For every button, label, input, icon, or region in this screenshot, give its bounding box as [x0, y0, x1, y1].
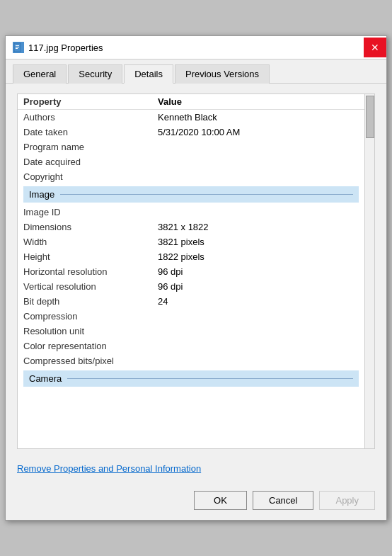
section-camera: Camera [23, 370, 359, 387]
close-button[interactable]: ✕ [364, 38, 386, 57]
property-value [152, 339, 364, 353]
property-value [152, 353, 364, 368]
table-row: Bit depth 24 [18, 294, 364, 309]
property-value: 1822 pixels [152, 249, 364, 264]
property-value: 96 dpi [152, 279, 364, 294]
table-row: Program name [18, 140, 364, 154]
scrollbar-thumb[interactable] [366, 96, 374, 138]
ok-button[interactable]: OK [194, 491, 247, 510]
property-label: Authors [18, 110, 152, 125]
table-row: Width 3821 pixels [18, 234, 364, 249]
details-table: Property Value Authors Kenneth Black Dat… [18, 94, 364, 389]
section-divider [60, 194, 353, 195]
tab-details[interactable]: Details [124, 64, 173, 84]
table-row: Color representation [18, 339, 364, 353]
col-property: Property [18, 94, 152, 110]
tab-bar: General Security Details Previous Versio… [6, 59, 386, 84]
table-row: Image ID [18, 205, 364, 220]
property-value [152, 154, 364, 169]
property-label: Date acquired [18, 154, 152, 169]
property-value: 3821 x 1822 [152, 220, 364, 234]
property-label: Horizontal resolution [18, 264, 152, 279]
table-row: Compression [18, 309, 364, 324]
property-label: Width [18, 234, 152, 249]
property-value: 24 [152, 294, 364, 309]
section-image: Image [23, 186, 359, 203]
section-label: Image [29, 189, 54, 200]
property-label: Compression [18, 309, 152, 324]
property-label: Height [18, 249, 152, 264]
property-value: 5/31/2020 10:00 AM [152, 125, 364, 140]
apply-button[interactable]: Apply [319, 491, 375, 510]
table-row: Date acquired [18, 154, 364, 169]
property-value [152, 324, 364, 339]
table-header: Property Value [18, 94, 364, 110]
tab-content: Property Value Authors Kenneth Black Dat… [6, 84, 386, 484]
table-row: Copyright [18, 169, 364, 184]
table-row: Date taken 5/31/2020 10:00 AM [18, 125, 364, 140]
property-label: Resolution unit [18, 324, 152, 339]
table-row: Vertical resolution 96 dpi [18, 279, 364, 294]
property-label: Program name [18, 140, 152, 154]
property-label: Compressed bits/pixel [18, 353, 152, 368]
section-label: Camera [29, 373, 62, 384]
table-row: Horizontal resolution 96 dpi [18, 264, 364, 279]
svg-rect-1 [16, 45, 19, 46]
remove-properties-link[interactable]: Remove Properties and Personal Informati… [17, 463, 201, 474]
table-row: Authors Kenneth Black [18, 110, 364, 125]
tab-security[interactable]: Security [68, 64, 122, 84]
property-value [152, 205, 364, 220]
table-row: Resolution unit [18, 324, 364, 339]
property-label: Copyright [18, 169, 152, 184]
property-value: Kenneth Black [152, 110, 364, 125]
buttons-row: OK Cancel Apply [6, 484, 386, 520]
property-label: Image ID [18, 205, 152, 220]
properties-window: 117.jpg Properties ✕ General Security De… [5, 35, 387, 521]
remove-link-container: Remove Properties and Personal Informati… [17, 456, 375, 474]
property-label: Date taken [18, 125, 152, 140]
section-header-image: Image [18, 184, 364, 205]
svg-rect-2 [16, 47, 19, 47]
details-box: Property Value Authors Kenneth Black Dat… [17, 93, 375, 449]
property-value [152, 169, 364, 184]
property-value: 3821 pixels [152, 234, 364, 249]
section-divider [67, 378, 353, 379]
title-bar: 117.jpg Properties ✕ [6, 36, 386, 59]
section-header-camera: Camera [18, 368, 364, 389]
property-label: Vertical resolution [18, 279, 152, 294]
property-value [152, 140, 364, 154]
property-label: Dimensions [18, 220, 152, 234]
table-row: Compressed bits/pixel [18, 353, 364, 368]
property-label: Color representation [18, 339, 152, 353]
details-scroll[interactable]: Property Value Authors Kenneth Black Dat… [18, 94, 374, 448]
file-icon [13, 42, 24, 53]
property-value: 96 dpi [152, 264, 364, 279]
col-value: Value [152, 94, 364, 110]
table-row: Height 1822 pixels [18, 249, 364, 264]
window-title: 117.jpg Properties [28, 42, 103, 53]
svg-rect-3 [16, 48, 18, 49]
property-value [152, 309, 364, 324]
title-bar-left: 117.jpg Properties [13, 42, 103, 53]
tab-previous-versions[interactable]: Previous Versions [175, 64, 270, 84]
cancel-button[interactable]: Cancel [253, 491, 313, 510]
scrollbar[interactable] [364, 94, 374, 448]
property-label: Bit depth [18, 294, 152, 309]
table-row: Dimensions 3821 x 1822 [18, 220, 364, 234]
tab-general[interactable]: General [13, 64, 67, 84]
